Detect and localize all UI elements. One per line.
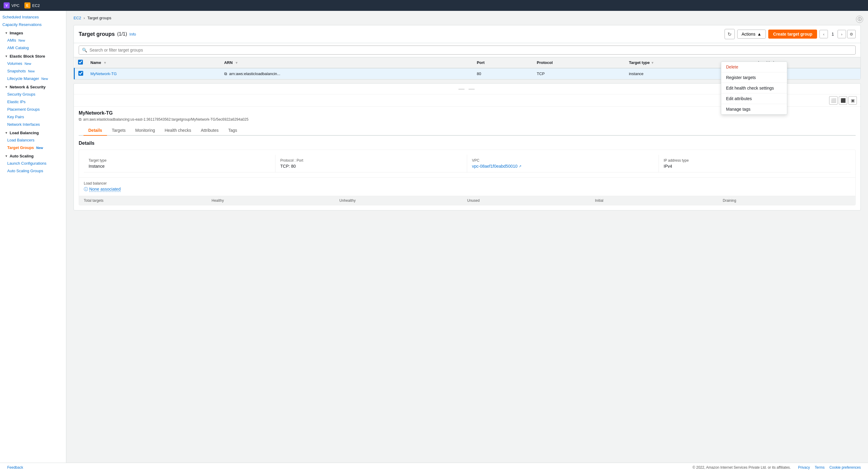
info-icon-top[interactable]: ⓘ — [856, 16, 863, 23]
footer-links: Privacy Terms Cookie preferences — [798, 465, 861, 470]
search-bar: 🔍 — [74, 43, 861, 57]
panel-view-bottom-btn[interactable]: ⬛ — [839, 96, 847, 105]
stat-unused: Unused — [467, 199, 595, 203]
vpc-link[interactable]: vpc-08aef1f0eabd50010 ↗ — [472, 164, 654, 169]
footer: Feedback © 2022, Amazon Internet Service… — [0, 463, 868, 472]
actions-chevron-icon: ▲ — [757, 32, 761, 36]
sidebar-item-lifecycle-manager[interactable]: Lifecycle Manager New — [0, 75, 66, 82]
stat-healthy: Healthy — [212, 199, 339, 203]
tab-targets[interactable]: Targets — [107, 125, 130, 136]
table-info-link[interactable]: Info — [130, 32, 136, 36]
sidebar-item-elastic-ips[interactable]: Elastic IPs — [0, 98, 66, 106]
name-sort-icon[interactable]: ▼ — [103, 61, 107, 64]
table-section: Target groups (1/1) Info ↻ Actions ▲ Cre… — [73, 25, 861, 80]
breadcrumb: EC2 › Target groups — [73, 16, 861, 20]
sidebar-item-security-groups[interactable]: Security Groups — [0, 90, 66, 98]
main-content: ⓘ EC2 › Target groups Target groups (1/1… — [66, 11, 868, 463]
detail-copy-icon[interactable]: ⧉ — [79, 117, 82, 122]
col-arn: ARN ▼ — [221, 57, 473, 68]
refresh-button[interactable]: ↻ — [724, 29, 735, 39]
details-grid-container: Target type Instance Protocol : Port TCP… — [79, 150, 856, 205]
sidebar-item-load-balancers[interactable]: Load Balancers — [0, 136, 66, 144]
settings-button[interactable]: ⚙ — [847, 30, 856, 38]
footer-terms-link[interactable]: Terms — [815, 465, 825, 470]
breadcrumb-current: Target groups — [87, 16, 112, 20]
next-page-button[interactable]: › — [838, 30, 846, 38]
sidebar-item-amis[interactable]: AMIs New — [0, 36, 66, 44]
sidebar-item-auto-scaling-groups[interactable]: Auto Scaling Groups — [0, 167, 66, 175]
tab-attributes[interactable]: Attributes — [196, 125, 223, 136]
detail-arn-text: arn:aws:elasticloadbalancing:us-east-1:3… — [83, 117, 248, 122]
sidebar-item-scheduled-instances[interactable]: Scheduled Instances — [0, 13, 66, 21]
protocol-port-value: TCP: 80 — [280, 164, 462, 169]
footer-cookie-link[interactable]: Cookie preferences — [830, 465, 861, 470]
top-nav: V VPC E EC2 — [0, 0, 868, 11]
volumes-badge: New — [24, 62, 31, 65]
row-checkbox[interactable] — [79, 71, 83, 76]
sidebar-item-capacity-reservations[interactable]: Capacity Reservations — [0, 21, 66, 28]
load-balancer-value: ⓘ None associated — [84, 187, 850, 192]
actions-button[interactable]: Actions ▲ — [737, 30, 766, 39]
load-balancer-row: Load balancer ⓘ None associated — [79, 177, 855, 196]
col-name: Name ▼ — [87, 57, 221, 68]
search-input-wrap: 🔍 — [79, 46, 856, 55]
col-port: Port — [473, 57, 533, 68]
row-name-link[interactable]: MyNetwork-TG — [90, 71, 117, 76]
load-balancer-link[interactable]: None associated — [89, 187, 121, 192]
breadcrumb-parent[interactable]: EC2 — [73, 16, 81, 20]
sidebar-section-auto-scaling[interactable]: Auto Scaling — [0, 151, 66, 159]
panel-view-split-btn[interactable]: ⬜ — [829, 96, 838, 105]
sidebar-item-target-groups[interactable]: Target Groups New — [0, 144, 66, 151]
sidebar-section-images[interactable]: Images — [0, 28, 66, 36]
row-protocol: TCP — [533, 68, 625, 79]
vpc-value: vpc-08aef1f0eabd50010 ↗ — [472, 164, 654, 169]
dropdown-item-delete[interactable]: Delete — [721, 62, 787, 72]
ec2-label: EC2 — [32, 3, 40, 8]
tab-health-checks[interactable]: Health checks — [160, 125, 196, 136]
arn-sort-icon[interactable]: ▼ — [235, 61, 238, 64]
prev-page-button[interactable]: ‹ — [819, 30, 828, 38]
target-type-filter-icon[interactable]: ▼ — [651, 61, 654, 64]
sidebar-item-launch-configurations[interactable]: Launch Configurations — [0, 159, 66, 167]
sidebar-item-snapshots[interactable]: Snapshots New — [0, 67, 66, 75]
dropdown-item-edit-health[interactable]: Edit health check settings — [721, 83, 787, 93]
ec2-icon: E — [24, 2, 30, 8]
amis-badge: New — [19, 39, 25, 42]
tab-tags[interactable]: Tags — [223, 125, 242, 136]
target-type-label: Target type — [89, 158, 270, 163]
select-all-checkbox[interactable] — [78, 60, 83, 64]
ip-address-type-label: IP address type — [664, 158, 846, 163]
dropdown-item-register-targets[interactable]: Register targets — [721, 72, 787, 83]
sidebar-item-network-interfaces[interactable]: Network Interfaces — [0, 121, 66, 128]
ec2-nav[interactable]: E EC2 — [24, 2, 40, 8]
create-target-group-button[interactable]: Create target group — [768, 30, 817, 39]
search-input[interactable] — [90, 48, 852, 53]
detail-cell-protocol-port: Protocol : Port TCP: 80 — [276, 155, 467, 173]
details-content: Details Target type Instance Protocol : … — [74, 136, 861, 210]
copy-arn-icon[interactable]: ⧉ — [224, 71, 227, 76]
page-number: 1 — [829, 32, 836, 36]
sidebar-item-key-pairs[interactable]: Key Pairs — [0, 113, 66, 121]
sidebar-section-ebs[interactable]: Elastic Block Store — [0, 52, 66, 60]
dropdown-item-manage-tags[interactable]: Manage tags — [721, 104, 787, 114]
tab-details[interactable]: Details — [84, 125, 107, 136]
vpc-icon: V — [4, 2, 10, 8]
sidebar-item-placement-groups[interactable]: Placement Groups — [0, 106, 66, 113]
sidebar-item-volumes[interactable]: Volumes New — [0, 60, 66, 67]
vpc-nav[interactable]: V VPC — [4, 2, 20, 8]
sidebar-section-network-security[interactable]: Network & Security — [0, 82, 66, 90]
dropdown-item-edit-attributes[interactable]: Edit attributes — [721, 93, 787, 104]
breadcrumb-separator: › — [84, 16, 85, 20]
panel-view-side-btn[interactable]: ▣ — [848, 96, 857, 105]
snapshots-badge: New — [28, 69, 35, 73]
sidebar-section-load-balancing[interactable]: Load Balancing — [0, 128, 66, 136]
feedback-link[interactable]: Feedback — [7, 465, 23, 470]
col-protocol: Protocol — [533, 57, 625, 68]
lifecycle-badge: New — [41, 77, 48, 81]
row-arn: arn:aws:elasticloadbalancin... — [229, 71, 280, 76]
load-balancer-label: Load balancer — [84, 181, 850, 185]
details-section-title: Details — [79, 141, 856, 146]
sidebar-item-ami-catalog[interactable]: AMI Catalog — [0, 44, 66, 52]
tab-monitoring[interactable]: Monitoring — [130, 125, 160, 136]
footer-privacy-link[interactable]: Privacy — [798, 465, 810, 470]
